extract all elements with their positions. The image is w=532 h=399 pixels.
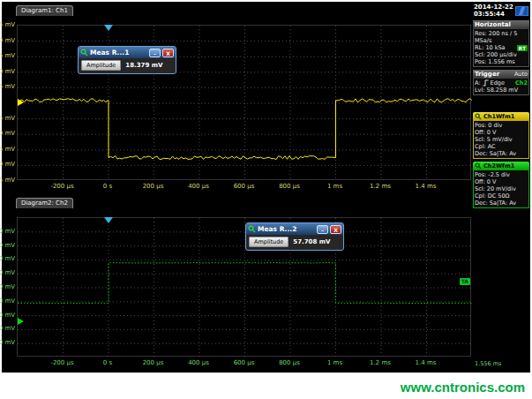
ch1wfm1-label: Ch1Wfm1	[483, 113, 514, 121]
ch2-waveform-panel[interactable]: Ch2Wfm1 Pos: -2.5 divOff: 0 VScl: 20 mV/…	[473, 162, 529, 208]
y-axis-label: -30 mV	[0, 339, 15, 346]
horizontal-panel[interactable]: Horizontal Res: 200 ns / 5 MSa/s RL: 10 …	[473, 20, 529, 67]
x-axis-label: 1 ms	[327, 183, 342, 190]
time: 03:55:44	[474, 11, 513, 18]
sidebar: 2014-12-22 03:55:44 Horizontal Res: 200 …	[472, 2, 530, 373]
magnifier-icon	[80, 49, 88, 56]
popup1-title: Meas R...1	[90, 49, 147, 56]
y-axis-label: 20 mV	[0, 37, 15, 44]
info-line: Pos: -2.5 div	[475, 171, 528, 178]
trigger-type: Edge	[491, 79, 505, 87]
ch2wfm1-label: Ch2Wfm1	[483, 162, 514, 170]
watermark-url: www.cntronics.com	[401, 380, 525, 395]
plot-area: Diagram1: Ch1 25 mV20 mV15 mV10 mV5 mV-5…	[2, 2, 472, 373]
horizontal-title: Horizontal	[475, 21, 511, 28]
timebase-position-value: Pos: 1.556 ms	[475, 58, 528, 65]
info-line: Scl: 5 mV/div	[475, 136, 528, 143]
y-axis-label: 70 mV	[0, 269, 15, 276]
y-axis-label: 25 mV	[0, 21, 15, 28]
x-axis-label: 1.2 ms	[370, 183, 391, 190]
rising-edge-icon	[483, 79, 489, 87]
trigger-panel[interactable]: Trigger Auto A: Edge Ch2 Lvl: 58.258 mV	[473, 70, 529, 95]
x-axis-label: 0 s	[103, 183, 112, 190]
diagram2-y-axis: 130 mV110 mV90 mV70 mV50 mV30 mV10 mV-10…	[2, 217, 16, 357]
trigger-level-marker[interactable]: TA	[460, 278, 470, 285]
y-axis-label: -15 mV	[0, 146, 15, 153]
measurement-value: 18.379 mV	[125, 62, 162, 69]
oscilloscope-screen: Diagram1: Ch1 25 mV20 mV15 mV10 mV5 mV-5…	[2, 2, 530, 373]
diagram2-tab[interactable]: Diagram2: Ch2	[16, 198, 73, 208]
trigger-position-marker-icon[interactable]	[104, 217, 113, 223]
trigger-a-label: A:	[475, 79, 481, 87]
horizontal-panel-header[interactable]: Horizontal	[473, 20, 529, 29]
y-axis-label: 130 mV	[0, 228, 15, 235]
info-line: Off: 0 V	[475, 129, 528, 136]
magnifier-icon	[475, 162, 482, 169]
x-axis-label: 600 µs	[234, 183, 255, 190]
diagram2-x-axis: -200 µs0 s200 µs400 µs600 µs800 µs1 ms1.…	[17, 359, 471, 368]
popup1-titlebar[interactable]: Meas R...1 – X	[79, 47, 176, 58]
popup2-titlebar[interactable]: Meas R...2 – X	[246, 223, 343, 235]
trigger-source: Ch2	[515, 79, 528, 87]
close-button[interactable]: X	[162, 49, 174, 57]
x-axis-end-time-label: 1.556 ms	[475, 360, 501, 367]
minimize-button[interactable]: –	[317, 225, 328, 234]
realtime-badge: RT	[517, 45, 528, 51]
y-axis-label: -20 mV	[0, 161, 15, 168]
y-axis-label: -5 mV	[0, 115, 15, 122]
info-line: Pos: 0 div	[475, 122, 528, 129]
ch1-waveform-panel[interactable]: Ch1Wfm1 Pos: 0 divOff: 0 VScl: 5 mV/divC…	[473, 112, 529, 159]
y-axis-label: 15 mV	[0, 52, 15, 59]
x-axis-label: 800 µs	[279, 359, 300, 366]
screenshot-root: Diagram1: Ch1 25 mV20 mV15 mV10 mV5 mV-5…	[0, 0, 532, 399]
bottom-band: www.cntronics.com	[0, 374, 532, 399]
y-axis-label: -10 mV	[0, 325, 15, 332]
ch1wfm1-tab[interactable]: Ch1Wfm1	[473, 112, 529, 121]
ch2-offset-marker-icon[interactable]	[18, 318, 24, 325]
ch2-settings: Pos: -2.5 divOff: 0 VScl: 20 mV/divCpl: …	[473, 170, 529, 208]
minimize-button[interactable]: –	[149, 49, 161, 57]
sidebar-spacer	[473, 98, 529, 112]
magnifier-icon	[248, 225, 256, 233]
y-axis-label: 90 mV	[0, 255, 15, 262]
y-axis-label: -25 mV	[0, 177, 15, 184]
ch1-offset-marker-icon[interactable]	[18, 99, 24, 106]
timebase-scale-value: Scl: 200 µs/div	[475, 51, 528, 58]
measurement-param-label: Amplitude	[81, 60, 121, 71]
y-axis-label: 10 mV	[0, 68, 15, 75]
meas-result-popup-1[interactable]: Meas R...1 – X Amplitude 18.379 mV	[78, 46, 176, 74]
diagram1-tab[interactable]: Diagram1: Ch1	[16, 5, 73, 16]
trigger-position-marker-icon[interactable]	[104, 25, 113, 31]
magnifier-icon	[475, 113, 482, 120]
popup2-title: Meas R...2	[258, 225, 315, 233]
resolution-value: Res: 200 ns / 5 MSa/s	[475, 30, 528, 44]
x-axis-label: -200 µs	[50, 359, 73, 366]
diagram2: Diagram2: Ch2 130 mV110 mV90 mV70 mV50 m…	[2, 198, 472, 371]
ch2wfm1-tab[interactable]: Ch2Wfm1	[473, 162, 529, 170]
x-axis-label: 1.4 ms	[416, 359, 437, 366]
datetime-box: 2014-12-22 03:55:44	[473, 4, 529, 18]
trigger-panel-header[interactable]: Trigger Auto	[473, 70, 529, 79]
diagram1: Diagram1: Ch1 25 mV20 mV15 mV10 mV5 mV-5…	[2, 5, 472, 194]
x-axis-label: 400 µs	[188, 183, 209, 190]
x-axis-label: 400 µs	[188, 359, 209, 366]
meas-result-popup-2[interactable]: Meas R...2 – X Amplitude 57.708 mV	[245, 222, 344, 251]
rohde-schwarz-logo-icon	[515, 6, 528, 16]
close-button[interactable]: X	[330, 225, 341, 234]
info-line: Dec: Sa|TA: Av	[475, 200, 528, 207]
x-axis-label: 1.4 ms	[416, 183, 437, 190]
y-axis-label: 30 mV	[0, 297, 15, 305]
trigger-mode: Auto	[514, 71, 528, 78]
y-axis-label: 5 mV	[0, 83, 15, 90]
diagram2-grid: TA	[17, 217, 471, 357]
x-axis-label: 800 µs	[279, 183, 300, 190]
x-axis-label: 0 s	[103, 359, 112, 366]
diagram1-y-axis: 25 mV20 mV15 mV10 mV5 mV-5 mV-10 mV-15 m…	[2, 25, 16, 180]
popup2-body: Amplitude 57.708 mV	[246, 235, 343, 250]
x-axis-label: 1 ms	[327, 359, 342, 366]
measurement-param-label: Amplitude	[249, 237, 288, 247]
x-axis-label: 1.2 ms	[370, 359, 391, 366]
info-line: Cpl: DC 50Ω	[475, 192, 528, 200]
info-line: Off: 0 V	[475, 178, 528, 185]
popup1-body: Amplitude 18.379 mV	[79, 58, 176, 73]
